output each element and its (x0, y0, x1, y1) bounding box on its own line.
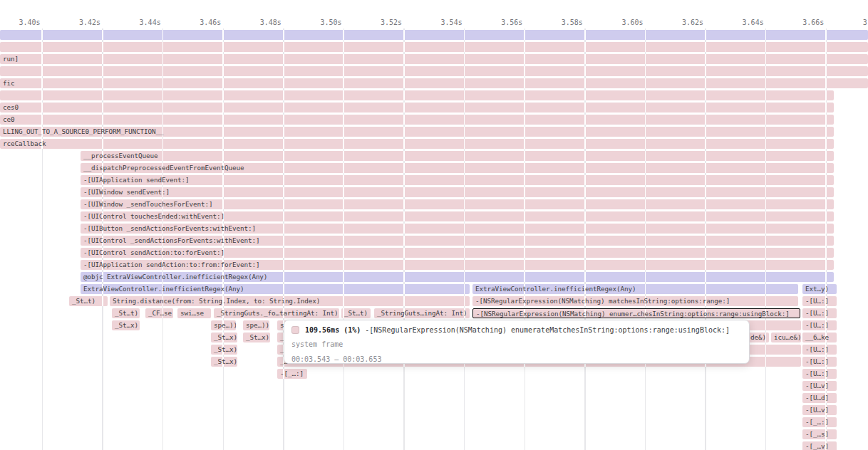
flame-cell[interactable]: -[U…:] (802, 320, 837, 330)
flame-cell[interactable] (0, 90, 834, 100)
flame-cell[interactable]: -[UIWindow _sendTouchesForEvent:] (81, 199, 834, 209)
flame-row: -[_…:]-[U…:] (0, 369, 868, 379)
flame-cell[interactable]: -[U…v] (802, 405, 837, 415)
ruler-tick-label: 3.50s (310, 19, 342, 27)
tooltip-time-range: 00:03.543 — 00:03.653 (291, 355, 742, 365)
ruler-tick-label: 3.58s (551, 19, 583, 27)
flame-cell-selected[interactable]: -[NSRegularExpression(NSMatching) enumer… (472, 308, 800, 318)
flame-cell[interactable]: spe…)) (243, 320, 269, 330)
flame-cell[interactable]: -[NSRegularExpression(NSMatching) matche… (472, 296, 798, 306)
flame-cell[interactable]: __processEventQueue (81, 151, 834, 161)
flame-cell[interactable]: -[_…:] (277, 369, 307, 379)
tooltip-duration: 109.56ms (1%) (305, 326, 361, 334)
flame-cell[interactable]: LLING_OUT_TO_A_SOURCE0_PERFORM_FUNCTION_… (0, 127, 834, 137)
flame-row: run] (0, 54, 868, 64)
flame-row: -[U…v] (0, 405, 868, 415)
flame-row: __processEventQueue (0, 151, 868, 161)
flame-cell[interactable]: _St…x) (211, 357, 237, 367)
flame-row (0, 30, 868, 40)
flame-cell[interactable]: _St…x) (211, 333, 237, 342)
flame-cell[interactable]: swi…se (177, 308, 211, 318)
flame-row: -[UIApplication sendEvent:] (0, 175, 868, 185)
flame-row: LLING_OUT_TO_A_SOURCE0_PERFORM_FUNCTION_… (0, 127, 868, 137)
ruler-tick-label: 3.52s (370, 19, 402, 27)
tooltip-symbol: -[NSRegularExpression(NSMatching) enumer… (365, 326, 730, 334)
ruler-tick-label: 3.42s (68, 19, 100, 27)
flame-cell[interactable]: __dispatchPreprocessedEventFromEventQueu… (81, 163, 834, 173)
flame-cell[interactable] (0, 66, 868, 76)
flame-row: -[UIWindow sendEvent:] (0, 187, 868, 197)
ruler-tick-label: 3.48s (249, 19, 281, 27)
flame-row: -[_…v] (0, 441, 868, 450)
flame-cell[interactable]: rceCallback (0, 139, 834, 149)
flame-cell[interactable]: -[U…:] (802, 296, 837, 306)
flame-cell[interactable]: ces0 (0, 103, 834, 112)
ruler-tick-label: 3.64s (732, 19, 764, 27)
tooltip: 109.56ms (1%) -[NSRegularExpression(NSMa… (284, 320, 750, 364)
flame-cell[interactable]: _StringGuts…ingAt: Int) (374, 308, 470, 318)
flame-row (0, 90, 868, 100)
flame-row: -[UIControl _sendActionsForEvents:withEv… (0, 236, 868, 246)
flame-cell[interactable]: ce0 (0, 115, 834, 125)
flame-cell[interactable]: fic (0, 78, 868, 88)
flame-row: ce0 (0, 115, 868, 125)
flame-row: _St…t)String.distance(from: String.Index… (0, 296, 868, 306)
flame-cell[interactable]: -[_…s] (802, 429, 837, 439)
flame-row: @objc ExtraViewController.inefficientReg… (0, 272, 868, 282)
flame-cell[interactable] (0, 30, 868, 40)
flame-cell[interactable]: -[UIControl _sendActionsForEvents:withEv… (81, 236, 834, 246)
flame-row: ces0 (0, 103, 868, 112)
flame-cell[interactable]: _St…t) (112, 308, 140, 318)
flame-cell[interactable]: _St…x) (112, 320, 140, 330)
flame-cell[interactable]: -[UIControl sendAction:to:forEvent:] (81, 248, 834, 258)
flame-cell[interactable]: _St…x) (211, 345, 237, 355)
flame-cell[interactable]: icu…e&) (771, 333, 801, 342)
ruler-tick-label: 3.60s (611, 19, 644, 27)
frame-color-swatch-icon (291, 326, 299, 334)
flame-row: -[UIButton _sendActionsForEvents:withEve… (0, 224, 868, 234)
tooltip-header: 109.56ms (1%) -[NSRegularExpression(NSMa… (291, 325, 742, 335)
flame-cell[interactable]: -[U…:] (802, 369, 837, 379)
flame-cell[interactable]: _CF…se (145, 308, 173, 318)
flame-cell[interactable]: -[U…:] (802, 345, 837, 355)
flame-row: -[_…:] (0, 417, 868, 427)
flame-cell[interactable]: spe…)) (211, 320, 236, 330)
flame-cell[interactable]: -[_…v] (802, 441, 837, 450)
ruler-tick-label: 3.66s (792, 19, 824, 27)
ruler-tick-label: 3.62s (671, 19, 703, 27)
flame-row: _St…t)_CF…seswi…se_StringGuts._fo…tartin… (0, 308, 868, 318)
flame-cell[interactable]: _StringGuts._fo…tartingAt: Int) (214, 308, 339, 318)
flame-cell[interactable]: -[UIWindow sendEvent:] (81, 187, 834, 197)
flame-cell[interactable]: -[U…:] (802, 308, 837, 318)
flame-cell-label: de&) (750, 333, 766, 342)
flame-cell[interactable]: -[UIApplication sendAction:to:from:forEv… (81, 260, 834, 270)
ruler-tick-label: 3.54s (430, 19, 463, 27)
ruler-tick-label: 3.68s (852, 19, 868, 27)
flame-cell[interactable]: ExtraViewController.inefficientRegex(Any… (81, 284, 470, 294)
flame-cell[interactable]: -[_…:] (802, 417, 837, 427)
flame-cell[interactable]: -[UIButton _sendActionsForEvents:withEve… (81, 224, 834, 234)
flame-chart: 3.40s3.42s3.44s3.46s3.48s3.50s3.52s3.54s… (0, 0, 868, 450)
flame-cell[interactable]: @objc ExtraViewController.inefficientReg… (81, 272, 834, 282)
flame-row: -[U…d] (0, 393, 868, 403)
flame-cell[interactable] (0, 42, 868, 52)
flame-cell[interactable]: -[U…d] (802, 393, 837, 403)
flame-cell[interactable]: -[UIApplication sendEvent:] (81, 175, 834, 185)
flame-cell[interactable]: __6…ke (802, 333, 837, 342)
flame-row: ExtraViewController.inefficientRegex(Any… (0, 284, 868, 294)
flame-cell[interactable]: String.distance(from: String.Index, to: … (110, 296, 470, 306)
flame-cell[interactable]: _St…x) (243, 333, 270, 342)
flame-row: -[UIWindow _sendTouchesForEvent:] (0, 199, 868, 209)
flame-cell[interactable]: _St…t) (341, 308, 371, 318)
ruler-tick-label: 3.40s (9, 19, 41, 27)
tooltip-category: system frame (291, 340, 742, 350)
flame-cell[interactable]: -[U…v] (802, 381, 837, 391)
flame-cell[interactable]: run] (0, 54, 868, 64)
flame-cell[interactable]: Ext…y) (802, 284, 837, 294)
flame-cell[interactable]: -[U…:] (802, 357, 837, 367)
flame-cell[interactable]: ExtraViewController.inefficientRegex(Any… (472, 284, 798, 294)
flame-row: -[UIApplication sendAction:to:from:forEv… (0, 260, 868, 270)
ruler-tick-label: 3.46s (189, 19, 221, 27)
flame-cell[interactable]: -[UIControl touchesEnded:withEvent:] (81, 211, 834, 221)
flame-cell[interactable]: _St…t) (69, 296, 108, 306)
